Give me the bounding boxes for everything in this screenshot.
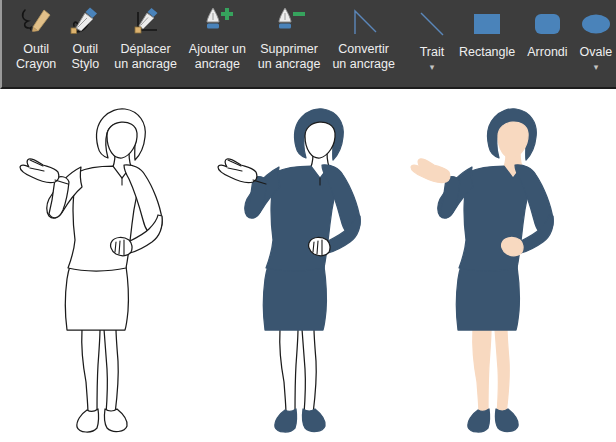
tool-add-anchor-button[interactable]: Ajouter unancrage: [183, 0, 252, 87]
tool-convert-anchor-button[interactable]: Convertirun ancrage: [326, 0, 401, 87]
line-dropdown-arrow[interactable]: ▾: [430, 60, 435, 74]
shape-oval-button[interactable]: Ovale ▾: [574, 0, 616, 87]
figure-outline[interactable]: [12, 107, 172, 439]
figure-half-filled[interactable]: [210, 107, 370, 439]
tool-pen-label: OutilStylo: [71, 42, 99, 72]
shape-rectangle-button[interactable]: Rectangle: [453, 0, 521, 87]
rounded-rectangle-icon: [532, 3, 562, 45]
tool-remove-anchor-button[interactable]: Supprimerun ancrage: [252, 0, 327, 87]
remove-anchor-icon: [271, 3, 307, 39]
move-anchor-icon: [129, 3, 163, 39]
convert-anchor-icon: [347, 3, 381, 39]
tool-pencil-button[interactable]: OutilCrayon: [10, 0, 62, 87]
drawing-toolbar: OutilCrayon OutilStylo: [0, 0, 616, 89]
add-anchor-icon: [199, 3, 235, 39]
shape-line-button[interactable]: Trait ▾: [411, 0, 453, 87]
oval-dropdown-arrow[interactable]: ▾: [594, 60, 599, 74]
tool-remove-anchor-label: Supprimerun ancrage: [258, 42, 321, 72]
oval-icon: [580, 3, 612, 45]
pen-tools-group: OutilCrayon OutilStylo: [2, 0, 401, 87]
rectangle-icon: [472, 3, 502, 45]
line-icon: [417, 3, 447, 45]
shape-rounded-label: Arrondi: [527, 45, 567, 60]
shape-oval-label: Ovale: [580, 45, 613, 60]
tool-convert-anchor-label: Convertirun ancrage: [332, 42, 395, 72]
drawing-canvas: [0, 89, 616, 442]
tool-move-anchor-label: Déplacerun ancrage: [114, 42, 177, 72]
shape-rounded-button[interactable]: Arrondi: [521, 0, 573, 87]
shape-tools-group: Trait ▾ Rectangle Arrondi: [405, 0, 616, 87]
pen-icon: [68, 3, 102, 39]
pencil-icon: [19, 3, 53, 39]
tool-pencil-label: OutilCrayon: [16, 42, 56, 72]
shape-rectangle-label: Rectangle: [459, 45, 515, 60]
figure-colored[interactable]: [403, 107, 563, 439]
tool-move-anchor-button[interactable]: Déplacerun ancrage: [108, 0, 183, 87]
tool-add-anchor-label: Ajouter unancrage: [189, 42, 246, 72]
shape-line-label: Trait: [420, 45, 445, 60]
tool-pen-button[interactable]: OutilStylo: [62, 0, 108, 87]
